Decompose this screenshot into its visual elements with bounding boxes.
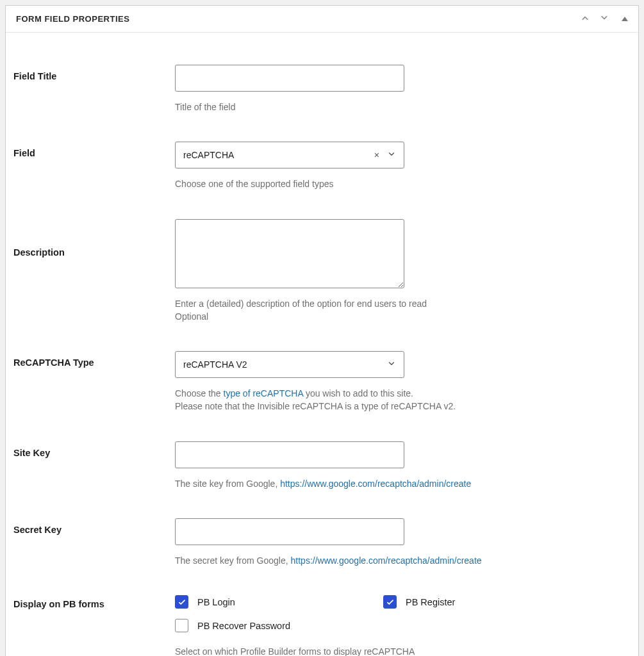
checkbox-pb-recover[interactable] bbox=[175, 619, 188, 632]
help-recaptcha-type: Choose the type of reCAPTCHA you wish to… bbox=[175, 387, 631, 413]
help-recaptcha-pre: Choose the bbox=[175, 388, 224, 398]
col-field: reCAPTCHA × Choose one of the supported … bbox=[175, 142, 631, 190]
col-site-key: The site key from Google, https://www.go… bbox=[175, 441, 631, 490]
col-description: Enter a (detailed) description of the op… bbox=[175, 219, 631, 324]
recaptcha-type-value: reCAPTCHA V2 bbox=[183, 359, 247, 370]
help-site-key-pre: The site key from Google, bbox=[175, 479, 280, 489]
checkbox-label-pb-login: PB Login bbox=[197, 597, 235, 607]
field-title-input[interactable] bbox=[175, 65, 404, 92]
field-type-value: reCAPTCHA bbox=[183, 150, 234, 160]
row-secret-key: Secret Key The secret key from Google, h… bbox=[13, 518, 631, 567]
form-field-properties-panel: FORM FIELD PROPERTIES Field Title Title … bbox=[5, 5, 639, 656]
col-field-title: Title of the field bbox=[175, 65, 631, 113]
row-field: Field reCAPTCHA × Choose one of the supp… bbox=[13, 142, 631, 190]
triangle-up-icon[interactable] bbox=[622, 17, 628, 21]
panel-header: FORM FIELD PROPERTIES bbox=[6, 6, 638, 33]
field-type-select[interactable]: reCAPTCHA × bbox=[175, 142, 404, 168]
help-description: Enter a (detailed) description of the op… bbox=[175, 297, 631, 324]
panel-header-controls bbox=[579, 12, 628, 26]
label-field: Field bbox=[13, 142, 175, 158]
col-recaptcha-type: reCAPTCHA V2 Choose the type of reCAPTCH… bbox=[175, 351, 631, 413]
chevron-down-icon[interactable] bbox=[599, 12, 610, 26]
chevron-up-icon[interactable] bbox=[579, 12, 591, 26]
chevron-down-icon[interactable] bbox=[387, 150, 396, 161]
help-field: Choose one of the supported field types bbox=[175, 177, 631, 190]
row-site-key: Site Key The site key from Google, https… bbox=[13, 441, 631, 490]
help-field-title: Title of the field bbox=[175, 101, 631, 113]
label-site-key: Site Key bbox=[13, 441, 175, 458]
row-recaptcha-type: ReCAPTCHA Type reCAPTCHA V2 Choose the t… bbox=[13, 351, 631, 413]
label-secret-key: Secret Key bbox=[13, 518, 175, 535]
help-display-pb: Select on which Profile Builder forms to… bbox=[175, 645, 631, 656]
label-description: Description bbox=[13, 219, 175, 258]
pb-checkbox-grid: PB Login PB Register PB Recover Password bbox=[175, 595, 623, 632]
label-recaptcha-type: ReCAPTCHA Type bbox=[13, 351, 175, 368]
help-site-key: The site key from Google, https://www.go… bbox=[175, 477, 631, 490]
check-icon bbox=[178, 598, 186, 607]
row-field-title: Field Title Title of the field bbox=[13, 65, 631, 113]
col-display-pb: PB Login PB Register PB Recover Password… bbox=[175, 595, 631, 656]
secret-key-input[interactable] bbox=[175, 518, 404, 545]
recaptcha-type-select[interactable]: reCAPTCHA V2 bbox=[175, 351, 404, 378]
check-icon bbox=[386, 598, 395, 607]
checkbox-pb-login[interactable] bbox=[175, 595, 188, 609]
chevron-down-icon[interactable] bbox=[387, 359, 396, 370]
panel-title: FORM FIELD PROPERTIES bbox=[16, 14, 129, 24]
close-icon[interactable]: × bbox=[374, 150, 379, 160]
recaptcha-type-link[interactable]: type of reCAPTCHA bbox=[224, 388, 304, 398]
col-secret-key: The secret key from Google, https://www.… bbox=[175, 518, 631, 567]
secret-key-link[interactable]: https://www.google.com/recaptcha/admin/c… bbox=[291, 555, 482, 566]
help-secret-key: The secret key from Google, https://www.… bbox=[175, 554, 631, 567]
row-display-pb: Display on PB forms PB Login PB Register bbox=[13, 595, 631, 656]
checkbox-label-pb-register: PB Register bbox=[406, 597, 455, 607]
row-description: Description Enter a (detailed) descripti… bbox=[13, 219, 631, 324]
label-field-title: Field Title bbox=[13, 65, 175, 81]
site-key-input[interactable] bbox=[175, 441, 404, 468]
site-key-link[interactable]: https://www.google.com/recaptcha/admin/c… bbox=[280, 479, 471, 489]
help-secret-key-pre: The secret key from Google, bbox=[175, 555, 291, 566]
checkbox-item-pb-login: PB Login bbox=[175, 595, 383, 609]
description-textarea[interactable] bbox=[175, 219, 404, 288]
label-display-pb: Display on PB forms bbox=[13, 595, 175, 609]
checkbox-item-pb-recover: PB Recover Password bbox=[175, 619, 383, 632]
checkbox-pb-register[interactable] bbox=[383, 595, 397, 609]
checkbox-item-pb-register: PB Register bbox=[383, 595, 591, 609]
panel-body: Field Title Title of the field Field reC… bbox=[6, 33, 638, 656]
checkbox-label-pb-recover: PB Recover Password bbox=[197, 621, 290, 631]
